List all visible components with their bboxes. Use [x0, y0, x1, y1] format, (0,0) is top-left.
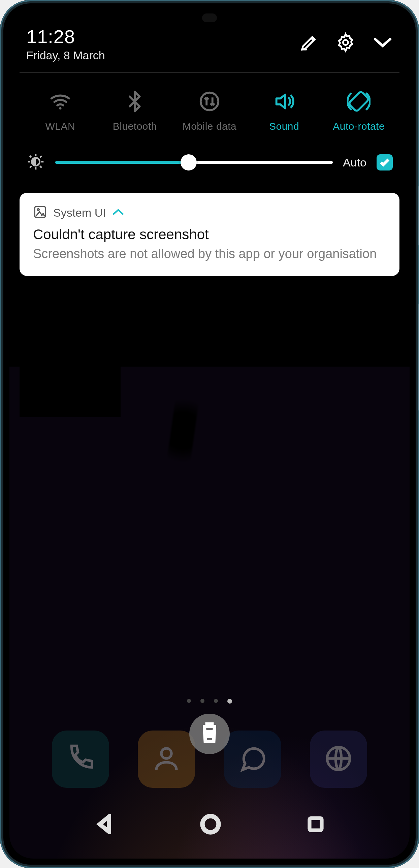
notification-app-name: System UI: [53, 206, 106, 219]
toggle-mobile-data[interactable]: Mobile data: [172, 90, 247, 132]
front-camera: [202, 13, 217, 22]
trash-icon: [199, 721, 220, 746]
toggle-wlan[interactable]: WLAN: [23, 90, 98, 132]
brightness-row: Auto: [9, 139, 410, 189]
slider-track-filled: [55, 161, 189, 164]
widget-placeholder: [20, 367, 121, 417]
page-dot: [214, 699, 218, 703]
contacts-app[interactable]: [138, 731, 195, 788]
screenshot-error-icon: [33, 205, 47, 220]
toggle-label: Mobile data: [183, 121, 237, 132]
clock-time: 11:28: [26, 26, 105, 48]
page-dot: [187, 699, 191, 703]
quick-settings-row: WLAN Bluetooth Mobile data Sound: [9, 73, 410, 139]
settings-icon[interactable]: [335, 32, 356, 54]
notification-body: Screenshots are not allowed by this app …: [33, 245, 386, 262]
svg-rect-10: [310, 818, 322, 830]
wallpaper-mark: [165, 385, 201, 475]
contacts-icon: [151, 743, 182, 775]
notification-card[interactable]: System UI Couldn't capture screenshot Sc…: [20, 193, 399, 276]
svg-point-9: [202, 816, 219, 832]
autorotate-icon: [347, 90, 370, 115]
slider-track-empty: [189, 161, 333, 164]
time-block: 11:28 Friday, 8 March: [26, 26, 105, 62]
delete-button[interactable]: [189, 714, 230, 754]
page-dot: [200, 699, 204, 703]
toggle-auto-rotate[interactable]: Auto-rotate: [321, 90, 396, 132]
svg-point-6: [37, 209, 39, 210]
home-wallpaper: [9, 367, 410, 859]
svg-point-1: [59, 107, 61, 110]
svg-point-2: [201, 93, 219, 111]
notch: [162, 3, 257, 15]
nav-recent-icon[interactable]: [307, 815, 325, 835]
mobiledata-icon: [198, 90, 221, 115]
wifi-icon: [49, 90, 72, 115]
globe-icon: [323, 743, 354, 775]
auto-brightness-checkbox[interactable]: [377, 154, 393, 170]
sound-icon: [272, 90, 296, 115]
slider-thumb[interactable]: [181, 154, 197, 170]
notification-title: Couldn't capture screenshot: [33, 226, 386, 243]
toggle-label: Bluetooth: [113, 121, 157, 132]
brightness-icon: [26, 152, 45, 173]
edit-icon[interactable]: [300, 33, 319, 53]
toggle-sound[interactable]: Sound: [247, 90, 322, 132]
svg-point-7: [161, 748, 171, 758]
messages-app[interactable]: [224, 731, 281, 788]
toggle-label: WLAN: [45, 121, 75, 132]
clock-date: Friday, 8 March: [26, 49, 105, 62]
collapse-notification-icon[interactable]: [112, 207, 124, 218]
screen: 11:28 Friday, 8 March: [9, 9, 410, 859]
auto-brightness-label: Auto: [343, 156, 366, 169]
toggle-bluetooth[interactable]: Bluetooth: [98, 90, 172, 132]
toggle-label: Sound: [269, 121, 299, 132]
page-indicator: [187, 699, 232, 704]
phone-icon: [65, 743, 96, 775]
bluetooth-icon: [123, 90, 147, 115]
browser-app[interactable]: [310, 731, 367, 788]
navigation-bar: [9, 805, 410, 845]
phone-frame: 11:28 Friday, 8 March: [0, 0, 419, 868]
message-icon: [237, 743, 268, 775]
toggle-label: Auto-rotate: [333, 121, 385, 132]
svg-point-0: [343, 40, 348, 45]
phone-app[interactable]: [52, 731, 109, 788]
brightness-slider[interactable]: [55, 154, 333, 170]
nav-home-icon[interactable]: [200, 813, 221, 836]
collapse-icon[interactable]: [373, 36, 393, 51]
page-dot-active: [227, 699, 232, 704]
nav-back-icon[interactable]: [95, 814, 115, 836]
